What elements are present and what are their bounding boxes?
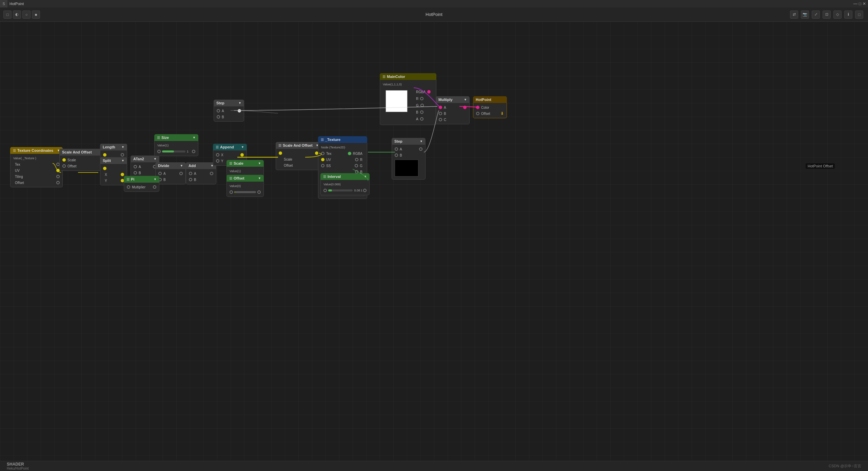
step-left-b-port[interactable]	[217, 115, 220, 119]
offset-in-slider-port[interactable]	[230, 190, 233, 194]
split-dropdown[interactable]: ▼	[121, 159, 124, 162]
step-right-a-port[interactable]	[395, 147, 398, 151]
hotpoint-header[interactable]: HotPoint	[473, 96, 507, 103]
multiply-a-port[interactable]	[439, 106, 442, 109]
split-in-port[interactable]	[103, 167, 106, 170]
offset-out-slider-port[interactable]	[257, 190, 261, 194]
scale-node-header[interactable]: ☰ Scale ▼	[226, 160, 264, 167]
a-port[interactable]	[420, 117, 423, 121]
r-out-port[interactable]	[355, 158, 358, 161]
length-out-port[interactable]	[121, 153, 124, 157]
scale-and-offset-left-header[interactable]: Scale And Offset ▼	[59, 149, 105, 156]
rgba-out-port[interactable]	[348, 152, 351, 155]
scale-node-dropdown[interactable]: ▼	[258, 162, 261, 165]
r-port[interactable]	[420, 97, 423, 100]
x-out-port[interactable]	[121, 173, 124, 176]
add-header[interactable]: Add ▼	[186, 162, 216, 169]
size-out-port[interactable]	[192, 150, 195, 153]
step-left-out-port[interactable]	[238, 109, 241, 112]
texture-node-header[interactable]: ☰ _Texture	[318, 136, 367, 143]
toolbar-btn-1[interactable]: □	[3, 11, 12, 19]
scale-and-offset-right-header[interactable]: ☰ Scale And Offset ▼	[276, 142, 321, 149]
atan2-header[interactable]: ATan2 ▼	[131, 156, 159, 162]
add-b-port[interactable]	[189, 178, 192, 181]
uv-in-port[interactable]	[321, 158, 324, 161]
share-icon[interactable]: ⇄	[790, 11, 798, 19]
scale-in-port[interactable]	[62, 158, 66, 162]
multiply-dropdown[interactable]: ▼	[464, 98, 467, 101]
size-dropdown[interactable]: ▼	[193, 136, 196, 139]
pi-in-port[interactable]	[127, 185, 130, 189]
interval-in-port[interactable]	[323, 189, 327, 192]
toolbar-btn-4[interactable]: ■	[32, 11, 40, 19]
atan2-a-port[interactable]	[134, 165, 137, 168]
interval-dropdown[interactable]: ▼	[364, 175, 367, 178]
b-port[interactable]	[420, 110, 423, 114]
multiply-out-port[interactable]	[463, 106, 467, 109]
divide-header[interactable]: Divide ▼	[155, 162, 186, 169]
ss-in-port[interactable]	[321, 164, 324, 167]
rgba-port[interactable]	[427, 90, 431, 94]
g-out-port[interactable]	[355, 164, 358, 167]
tiling-out-port[interactable]	[56, 175, 60, 178]
step-left-a-port[interactable]	[217, 109, 220, 112]
length-dropdown[interactable]: ▼	[121, 145, 124, 149]
texture-coordinates-header[interactable]: ☰ Texture Coordinates ▼	[10, 147, 63, 154]
node-canvas[interactable]: ☰ Texture Coordinates ▼ Value( _Texture …	[0, 22, 868, 471]
size-header[interactable]: ☰ Size ▼	[154, 134, 198, 141]
step-right-out-port[interactable]	[419, 147, 422, 151]
interval-out-port[interactable]	[363, 189, 367, 192]
fit-icon[interactable]: ⤢	[812, 11, 820, 19]
append-dropdown[interactable]: ▼	[241, 145, 244, 149]
main-color-header[interactable]: ☰ MainColor	[380, 73, 436, 80]
multiply-c-port[interactable]	[439, 118, 442, 121]
offset-in-port[interactable]	[62, 164, 66, 168]
append-header[interactable]: ☰ Append ▼	[213, 144, 247, 150]
length-in-port[interactable]	[103, 153, 106, 157]
tex-in-port[interactable]	[321, 152, 324, 155]
offset-node-dropdown[interactable]: ▼	[258, 177, 261, 180]
interval-slider[interactable]	[328, 189, 353, 191]
offset-node-header[interactable]: ☰ Offset ▼	[226, 175, 264, 182]
step-right-header[interactable]: Step ▼	[392, 138, 426, 145]
step-right-dropdown[interactable]: ▼	[420, 140, 423, 143]
split-header[interactable]: Split ▼	[100, 157, 127, 164]
toolbar-btn-3[interactable]: ○	[22, 11, 31, 19]
close-btn[interactable]: ✕	[863, 1, 866, 6]
color-icon[interactable]: ◇	[833, 11, 842, 19]
divide-dropdown[interactable]: ▼	[180, 164, 183, 167]
sar-in-port[interactable]	[279, 151, 282, 155]
g-port[interactable]	[420, 104, 424, 107]
hotpoint-offset-port[interactable]	[476, 112, 479, 115]
size-slider[interactable]	[162, 150, 185, 152]
append-y-port[interactable]	[216, 159, 219, 163]
toolbar-btn-2[interactable]: ◐	[13, 11, 21, 19]
append-x-port[interactable]	[216, 153, 219, 157]
offset-out-port[interactable]	[56, 181, 60, 184]
atan2-dropdown[interactable]: ▼	[154, 157, 157, 161]
pi-out-port[interactable]	[153, 185, 156, 189]
info-icon[interactable]: ℹ	[844, 11, 852, 19]
panel-icon[interactable]: □	[855, 11, 863, 19]
pi-header[interactable]: ☰ Pi ▼	[124, 176, 159, 183]
divide-a-port[interactable]	[158, 172, 162, 175]
camera-icon[interactable]: 📷	[801, 11, 809, 19]
step-left-header[interactable]: Step ▼	[214, 100, 244, 106]
append-out-port[interactable]	[240, 153, 244, 157]
offset-slider[interactable]	[234, 191, 256, 193]
pi-dropdown[interactable]: ▼	[154, 178, 157, 181]
interval-header[interactable]: ☰ Interval ▼	[320, 173, 370, 180]
restore-btn[interactable]: □	[859, 1, 861, 6]
zoom-icon[interactable]: ⊡	[823, 11, 831, 19]
step-right-b-port[interactable]	[395, 153, 398, 157]
step-left-dropdown[interactable]: ▼	[238, 101, 241, 105]
add-a-port[interactable]	[189, 172, 192, 175]
add-out-port[interactable]	[210, 172, 213, 175]
download-icon[interactable]: ⬇	[500, 111, 504, 116]
divide-out-port[interactable]	[179, 172, 183, 175]
hotpoint-color-port[interactable]	[476, 106, 479, 109]
atan2-b-port[interactable]	[134, 171, 137, 175]
multiply-header[interactable]: Multiply ▼	[436, 96, 470, 103]
length-header[interactable]: Length ▼	[100, 144, 127, 150]
minimize-btn[interactable]: —	[853, 1, 857, 6]
